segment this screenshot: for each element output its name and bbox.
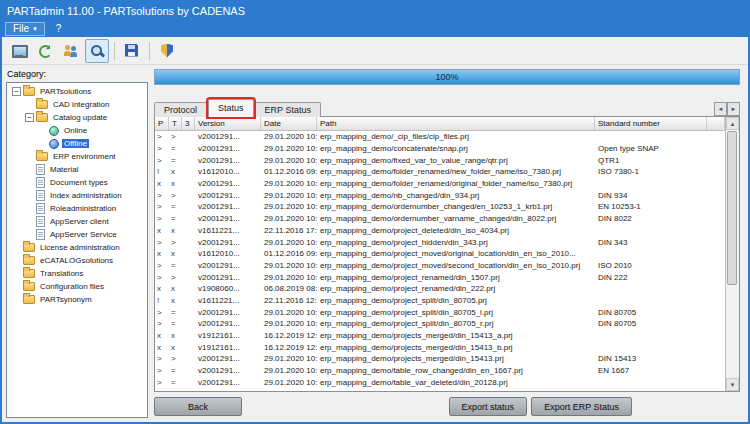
column-header-version[interactable]: Version — [195, 117, 261, 130]
tree-expander[interactable]: − — [12, 87, 21, 96]
column-header-path[interactable]: Path — [317, 117, 595, 130]
category-tree: −PARTsolutionsCAD integration−Catalog up… — [6, 82, 148, 418]
tree-item-material[interactable]: Material — [7, 163, 147, 176]
table-row[interactable]: >=v2001291...29.01.2020 10:...erp_mappin… — [155, 260, 725, 272]
tree-item-license-administration[interactable]: License administration — [7, 241, 147, 254]
users-button[interactable] — [59, 39, 83, 63]
table-row[interactable]: >=v2001291...29.01.2020 10:...erp_mappin… — [155, 376, 725, 388]
tree-item-translations[interactable]: Translations — [7, 267, 147, 280]
tree-item-label: PARTsynonym — [38, 295, 94, 304]
tree-item-label: Online — [62, 126, 89, 135]
save-button[interactable] — [120, 39, 144, 63]
table-row[interactable]: >=v2001291...29.01.2020 10:...erp_mappin… — [155, 154, 725, 166]
cell: 29.01.2020 10:... — [261, 377, 317, 388]
cell: v1908060... — [195, 283, 261, 294]
scroll-up-icon[interactable]: ▲ — [726, 117, 739, 130]
scroll-down-icon[interactable]: ▼ — [726, 378, 739, 391]
cell: v2001291... — [195, 155, 261, 166]
table-row[interactable]: xxv2001291...29.01.2020 10:...erp_mappin… — [155, 178, 725, 190]
table-row[interactable]: xxv1611221...22.11.2016 17:...erp_mappin… — [155, 225, 725, 237]
table-row[interactable]: >=v2001291...29.01.2020 10:...erp_mappin… — [155, 306, 725, 318]
tree-item-partsynonym[interactable]: PARTsynonym — [7, 293, 147, 306]
table-row[interactable]: >=v2001291...29.01.2020 10:...erp_mappin… — [155, 143, 725, 155]
progress-value: 100% — [155, 70, 739, 84]
column-header-standard-number[interactable]: Standard number — [595, 117, 707, 130]
export-status-button[interactable]: Export status — [449, 397, 528, 416]
tree-item-label: Index administration — [48, 191, 124, 200]
column-header-3[interactable]: 3 — [182, 117, 195, 130]
index-button[interactable] — [85, 39, 109, 63]
cell: erp_mapping_demo/ordernumber_varname_cha… — [317, 213, 595, 224]
scrollbar-track[interactable] — [726, 130, 739, 378]
tree-item-label: Configuration files — [38, 282, 106, 291]
menu-file[interactable]: File ▾ — [5, 22, 45, 36]
tree-item-online[interactable]: Online — [7, 124, 147, 137]
tree-item-configuration-files[interactable]: Configuration files — [7, 280, 147, 293]
content-area: 100% ProtocolStatusERP Status ◄ ► PT3Ver… — [150, 65, 748, 422]
cell: = — [169, 377, 182, 388]
tree-item-label: Offline — [62, 139, 89, 148]
cell: 22.11.2016 17:... — [261, 225, 317, 236]
tree-item-offline[interactable]: Offline — [7, 137, 147, 150]
menu-help[interactable]: ? — [49, 22, 69, 36]
status-table: PT3VersionDatePathStandard number >>v200… — [155, 117, 725, 391]
tab-erp-status[interactable]: ERP Status — [255, 102, 321, 117]
catalog-update-button[interactable] — [33, 39, 57, 63]
table-row[interactable]: xxv1908060...06.08.2019 08:...erp_mappin… — [155, 283, 725, 295]
export-erp-status-button[interactable]: Export ERP Status — [531, 397, 632, 416]
table-row[interactable]: >>v2001291...29.01.2020 10:...erp_mappin… — [155, 271, 725, 283]
table-row[interactable]: xxv1912161...16.12.2019 12:...erp_mappin… — [155, 341, 725, 353]
table-row[interactable]: !xv1612010...01.12.2016 09:...erp_mappin… — [155, 166, 725, 178]
computer-icon — [11, 43, 27, 59]
vertical-scrollbar[interactable]: ▲ ▼ — [725, 117, 739, 391]
tab-protocol[interactable]: Protocol — [154, 102, 207, 117]
cell: 16.12.2019 12:... — [261, 342, 317, 353]
tab-bar: ProtocolStatusERP Status ◄ ► — [154, 99, 740, 117]
tree-item-label: eCATALOGsolutions — [38, 256, 115, 265]
tree-item-appserver-client[interactable]: AppServer client — [7, 215, 147, 228]
cell: erp_mapping_demo/table_row_changed/din_e… — [317, 365, 595, 376]
cell: QTR1 — [595, 155, 707, 166]
column-header-p[interactable]: P — [155, 117, 169, 130]
tree-item-ecatalogsolutions[interactable]: eCATALOGsolutions — [7, 254, 147, 267]
table-row[interactable]: >=v2001291...29.01.2020 10:...erp_mappin… — [155, 201, 725, 213]
tab-scroll-right-icon[interactable]: ► — [727, 102, 740, 116]
back-button[interactable]: Back — [154, 397, 242, 416]
tree-item-index-administration[interactable]: Index administration — [7, 189, 147, 202]
cell: erp_mapping_demo/projects_merged/din_154… — [317, 342, 595, 353]
page-icon — [36, 216, 45, 227]
tree-expander[interactable]: − — [25, 113, 34, 122]
cell: > — [155, 260, 169, 271]
column-header-t[interactable]: T — [169, 117, 182, 130]
tree-item-erp-environment[interactable]: ERP environment — [7, 150, 147, 163]
table-row[interactable]: >>v2001291...29.01.2020 10:...erp_mappin… — [155, 189, 725, 201]
computer-button[interactable] — [7, 39, 31, 63]
table-row[interactable]: >>v2001291...29.01.2020 10:...erp_mappin… — [155, 236, 725, 248]
table-row[interactable]: >=v2001291...29.01.2020 10:...erp_mappin… — [155, 365, 725, 377]
cell: 29.01.2020 10:... — [261, 143, 317, 154]
table-row[interactable]: xxv1912161...16.12.2019 12:...erp_mappin… — [155, 330, 725, 342]
tab-status[interactable]: Status — [208, 99, 254, 117]
table-row[interactable]: !xv1611221...22.11.2016 12:...erp_mappin… — [155, 295, 725, 307]
column-header-date[interactable]: Date — [261, 117, 317, 130]
tab-scroll-left-icon[interactable]: ◄ — [714, 102, 727, 116]
tree-item-catalog-update[interactable]: −Catalog update — [7, 111, 147, 124]
tree-item-partsolutions[interactable]: −PARTsolutions — [7, 85, 147, 98]
cell: x — [169, 248, 182, 259]
cell: > — [169, 272, 182, 283]
tree-item-label: CAD integration — [51, 100, 111, 109]
table-row[interactable]: >>v2001291...29.01.2020 10:...erp_mappin… — [155, 131, 725, 143]
table-row[interactable]: >=v2001291...29.01.2020 10:...erp_mappin… — [155, 213, 725, 225]
table-row[interactable]: >=v2001291...29.01.2020 10:...erp_mappin… — [155, 318, 725, 330]
table-row[interactable]: >>v2001291...29.01.2020 10:...erp_mappin… — [155, 353, 725, 365]
scrollbar-thumb[interactable] — [727, 131, 737, 285]
tree-item-label: ERP environment — [51, 152, 118, 161]
tabs: ProtocolStatusERP Status — [154, 99, 322, 117]
tree-item-roleadministration[interactable]: Roleadministration — [7, 202, 147, 215]
shield-button[interactable] — [155, 39, 179, 63]
tree-item-document-types[interactable]: Document types — [7, 176, 147, 189]
cell: DIN 15413 — [595, 353, 707, 364]
table-row[interactable]: xxv1612010...01.12.2016 09:...erp_mappin… — [155, 248, 725, 260]
tree-item-cad-integration[interactable]: CAD integration — [7, 98, 147, 111]
tree-item-appserver-service[interactable]: AppServer Service — [7, 228, 147, 241]
